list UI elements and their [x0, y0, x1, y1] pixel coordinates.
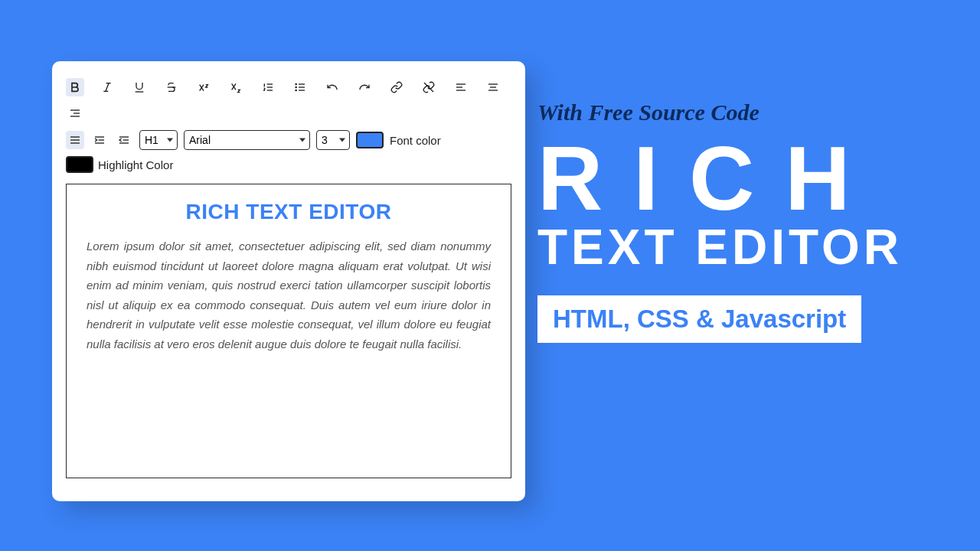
outdent-button[interactable] — [115, 131, 133, 149]
superscript-button[interactable] — [194, 78, 213, 96]
unlink-button[interactable] — [420, 78, 438, 96]
link-button[interactable] — [387, 78, 406, 96]
ordered-list-button[interactable] — [259, 78, 277, 96]
editor-panel: H1 Arial 3 Font color Highlight Color RI… — [52, 61, 525, 501]
svg-point-13 — [296, 90, 296, 90]
indent-button[interactable] — [90, 131, 109, 149]
promo-tag: HTML, CSS & Javascript — [537, 295, 861, 343]
size-value: 3 — [322, 134, 328, 146]
bold-button[interactable] — [66, 78, 84, 96]
content-paragraph: Lorem ipsum dolor sit amet, consectetuer… — [87, 236, 491, 354]
editor-content-area[interactable]: RICH TEXT EDITOR Lorem ipsum dolor sit a… — [66, 184, 511, 478]
font-color-swatch[interactable] — [356, 132, 384, 148]
svg-point-11 — [296, 83, 296, 84]
promo-subtitle: With Free Source Code — [537, 99, 943, 126]
align-justify-button[interactable] — [66, 131, 84, 149]
promo-section: With Free Source Code RICH TEXT EDITOR H… — [537, 99, 943, 343]
promo-title-line1: RICH — [537, 133, 943, 223]
svg-point-12 — [296, 86, 296, 87]
italic-button[interactable] — [98, 78, 116, 96]
align-center-button[interactable] — [484, 78, 502, 96]
toolbar-row-3: Highlight Color — [66, 156, 511, 173]
font-value: Arial — [189, 134, 211, 146]
promo-title-line2: TEXT EDITOR — [537, 219, 943, 276]
heading-select[interactable]: H1 — [139, 130, 178, 150]
toolbar-row-1 — [66, 78, 511, 122]
font-select[interactable]: Arial — [184, 130, 310, 150]
subscript-button[interactable] — [227, 78, 245, 96]
align-right-button[interactable] — [66, 104, 84, 122]
highlight-color-swatch[interactable] — [66, 156, 93, 173]
align-left-button[interactable] — [452, 78, 470, 96]
size-select[interactable]: 3 — [316, 130, 350, 150]
content-heading: RICH TEXT EDITOR — [87, 200, 491, 224]
svg-line-2 — [106, 83, 109, 92]
redo-button[interactable] — [355, 78, 374, 96]
underline-button[interactable] — [130, 78, 149, 96]
undo-button[interactable] — [323, 78, 341, 96]
unordered-list-button[interactable] — [291, 78, 309, 96]
strikethrough-button[interactable] — [162, 78, 181, 96]
toolbar-row-2: H1 Arial 3 Font color — [66, 130, 511, 150]
font-color-label: Font color — [390, 134, 441, 147]
heading-value: H1 — [145, 134, 158, 146]
highlight-color-label: Highlight Color — [98, 158, 173, 171]
